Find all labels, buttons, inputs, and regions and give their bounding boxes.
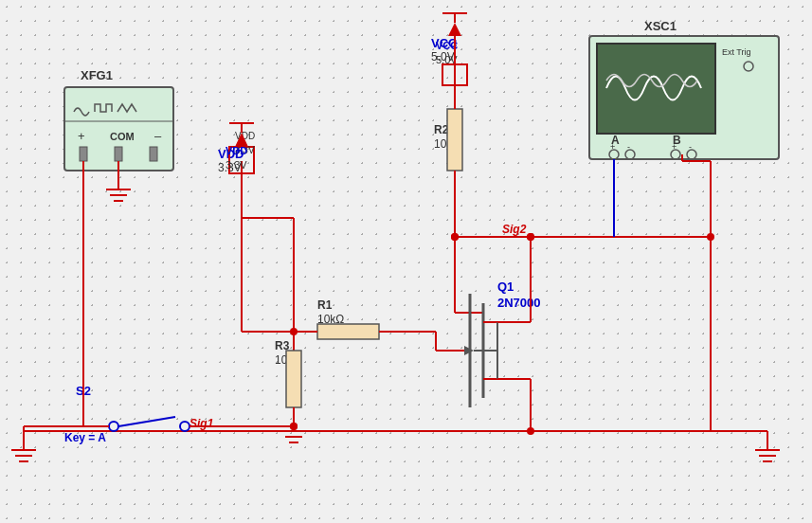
svg-point-70: [290, 423, 298, 430]
svg-text:+: +: [78, 129, 85, 143]
svg-text:+: +: [672, 142, 677, 152]
svg-marker-102: [448, 23, 461, 36]
svg-text:–: –: [154, 129, 162, 143]
svg-rect-31: [447, 109, 462, 171]
svg-rect-20: [317, 324, 379, 339]
svg-rect-5: [115, 147, 122, 161]
svg-text:COM: COM: [110, 131, 135, 142]
svg-point-58: [180, 422, 189, 431]
svg-rect-76: [597, 44, 715, 134]
svg-text:+: +: [610, 142, 615, 152]
svg-text:3.3V: 3.3V: [226, 159, 247, 171]
svg-rect-23: [286, 351, 301, 407]
svg-point-93: [707, 233, 714, 241]
svg-text:VDD: VDD: [235, 131, 255, 141]
svg-rect-6: [150, 147, 157, 161]
svg-point-106: [451, 233, 459, 241]
svg-rect-4: [80, 147, 87, 161]
svg-text:-: -: [689, 142, 692, 152]
svg-point-107: [527, 233, 534, 241]
svg-line-59: [118, 417, 175, 426]
svg-text:-: -: [627, 142, 630, 152]
svg-text:Ext Trig: Ext Trig: [722, 47, 751, 57]
svg-point-57: [109, 422, 118, 431]
circuit-diagram: + COM – VDD 3.3V: [0, 0, 812, 523]
